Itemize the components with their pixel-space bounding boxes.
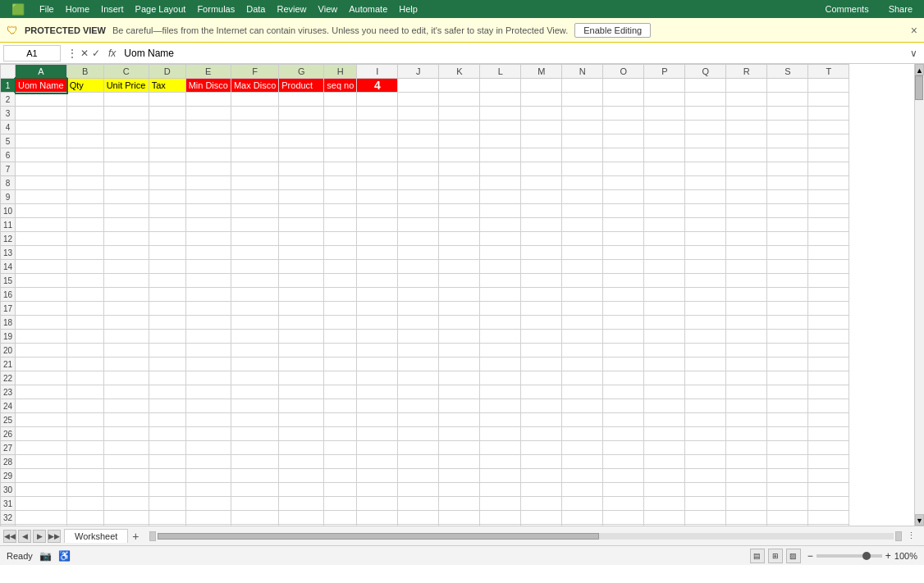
cell-G13[interactable] bbox=[279, 246, 324, 260]
cell-J19[interactable] bbox=[398, 330, 439, 344]
cell-K4[interactable] bbox=[439, 121, 480, 134]
cell-T1[interactable] bbox=[808, 79, 849, 93]
cell-K28[interactable] bbox=[439, 455, 480, 469]
cell-I6[interactable] bbox=[357, 148, 398, 162]
cell-L23[interactable] bbox=[480, 385, 521, 399]
cell-T7[interactable] bbox=[808, 162, 849, 176]
cell-N16[interactable] bbox=[562, 288, 603, 302]
cell-T29[interactable] bbox=[808, 469, 849, 483]
cell-G17[interactable] bbox=[279, 302, 324, 316]
cell-C12[interactable] bbox=[103, 232, 149, 246]
cell-F20[interactable] bbox=[231, 344, 278, 358]
cell-M26[interactable] bbox=[521, 427, 562, 441]
cell-S4[interactable] bbox=[767, 121, 808, 134]
cell-G8[interactable] bbox=[279, 176, 324, 190]
cell-M8[interactable] bbox=[521, 176, 562, 190]
cell-E27[interactable] bbox=[185, 441, 231, 455]
cell-B8[interactable] bbox=[66, 176, 103, 190]
cell-O3[interactable] bbox=[603, 107, 644, 121]
cell-L14[interactable] bbox=[480, 260, 521, 274]
cell-B9[interactable] bbox=[66, 190, 103, 204]
cell-K23[interactable] bbox=[439, 385, 480, 399]
cell-S26[interactable] bbox=[767, 427, 808, 441]
cell-M30[interactable] bbox=[521, 483, 562, 497]
cell-G20[interactable] bbox=[279, 344, 324, 358]
cell-N1[interactable] bbox=[562, 79, 603, 93]
cell-S14[interactable] bbox=[767, 260, 808, 274]
cell-H33[interactable] bbox=[324, 525, 357, 526]
cell-E33[interactable] bbox=[185, 525, 231, 526]
cell-C31[interactable] bbox=[103, 497, 149, 511]
cell-E11[interactable] bbox=[185, 218, 231, 232]
cell-N24[interactable] bbox=[562, 399, 603, 413]
cell-P28[interactable] bbox=[644, 455, 685, 469]
cell-T17[interactable] bbox=[808, 302, 849, 316]
cell-B32[interactable] bbox=[66, 511, 103, 525]
cell-S2[interactable] bbox=[767, 93, 808, 107]
cell-K32[interactable] bbox=[439, 511, 480, 525]
cell-I5[interactable] bbox=[357, 134, 398, 148]
cell-A17[interactable] bbox=[16, 302, 67, 316]
cell-J27[interactable] bbox=[398, 441, 439, 455]
vertical-scrollbar[interactable]: ▲ ▼ bbox=[914, 64, 924, 526]
cell-B15[interactable] bbox=[66, 274, 103, 288]
nav-next-arrow[interactable]: ▶ bbox=[33, 530, 46, 543]
cell-B11[interactable] bbox=[66, 218, 103, 232]
cell-G12[interactable] bbox=[279, 232, 324, 246]
cell-M6[interactable] bbox=[521, 148, 562, 162]
cell-P15[interactable] bbox=[644, 274, 685, 288]
cell-L19[interactable] bbox=[480, 330, 521, 344]
row-header-15[interactable]: 15 bbox=[1, 274, 16, 288]
cell-J20[interactable] bbox=[398, 344, 439, 358]
cell-M19[interactable] bbox=[521, 330, 562, 344]
cell-N31[interactable] bbox=[562, 497, 603, 511]
add-sheet-button[interactable]: + bbox=[128, 529, 143, 544]
cell-J8[interactable] bbox=[398, 176, 439, 190]
cell-S30[interactable] bbox=[767, 483, 808, 497]
cell-D30[interactable] bbox=[149, 483, 185, 497]
cell-J3[interactable] bbox=[398, 107, 439, 121]
cell-C16[interactable] bbox=[103, 288, 149, 302]
cell-O33[interactable] bbox=[603, 525, 644, 526]
cell-E16[interactable] bbox=[185, 288, 231, 302]
cell-I17[interactable] bbox=[357, 302, 398, 316]
cell-Q1[interactable] bbox=[685, 79, 726, 93]
cell-E21[interactable] bbox=[185, 358, 231, 371]
cell-G7[interactable] bbox=[279, 162, 324, 176]
cell-G19[interactable] bbox=[279, 330, 324, 344]
cell-K17[interactable] bbox=[439, 302, 480, 316]
cell-C14[interactable] bbox=[103, 260, 149, 274]
cell-A11[interactable] bbox=[16, 218, 67, 232]
cell-K14[interactable] bbox=[439, 260, 480, 274]
row-header-4[interactable]: 4 bbox=[1, 121, 16, 134]
cell-P6[interactable] bbox=[644, 148, 685, 162]
cell-M24[interactable] bbox=[521, 399, 562, 413]
cell-O2[interactable] bbox=[603, 93, 644, 107]
cell-C15[interactable] bbox=[103, 274, 149, 288]
cell-R9[interactable] bbox=[726, 190, 767, 204]
cell-K15[interactable] bbox=[439, 274, 480, 288]
cell-I27[interactable] bbox=[357, 441, 398, 455]
cell-Q17[interactable] bbox=[685, 302, 726, 316]
cell-H5[interactable] bbox=[324, 134, 357, 148]
cell-C19[interactable] bbox=[103, 330, 149, 344]
menu-automate[interactable]: Automate bbox=[344, 2, 392, 16]
cell-H16[interactable] bbox=[324, 288, 357, 302]
cell-D8[interactable] bbox=[149, 176, 185, 190]
grid-wrapper[interactable]: A B C D E F G H I J K L M N O bbox=[0, 64, 914, 526]
cell-T24[interactable] bbox=[808, 399, 849, 413]
cell-O12[interactable] bbox=[603, 232, 644, 246]
row-header-31[interactable]: 31 bbox=[1, 497, 16, 511]
cell-E30[interactable] bbox=[185, 483, 231, 497]
row-header-18[interactable]: 18 bbox=[1, 316, 16, 330]
cell-E8[interactable] bbox=[185, 176, 231, 190]
cell-O8[interactable] bbox=[603, 176, 644, 190]
cell-R31[interactable] bbox=[726, 497, 767, 511]
cell-B27[interactable] bbox=[66, 441, 103, 455]
cell-B19[interactable] bbox=[66, 330, 103, 344]
cell-C23[interactable] bbox=[103, 385, 149, 399]
col-header-t[interactable]: T bbox=[808, 65, 849, 79]
cell-Q23[interactable] bbox=[685, 385, 726, 399]
cell-E24[interactable] bbox=[185, 399, 231, 413]
cell-A15[interactable] bbox=[16, 274, 67, 288]
